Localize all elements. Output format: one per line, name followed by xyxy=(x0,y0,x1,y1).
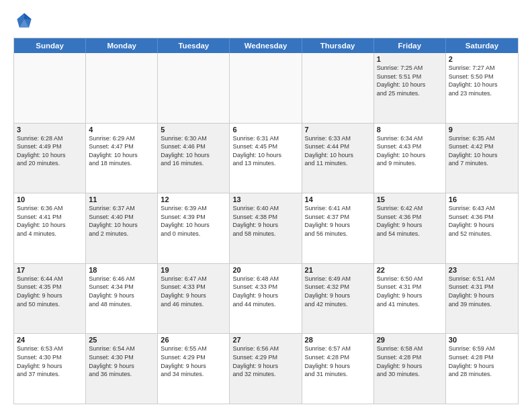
calendar-day-7: 7Sunrise: 6:33 AM Sunset: 4:44 PM Daylig… xyxy=(302,124,374,193)
day-number: 15 xyxy=(377,195,443,203)
day-number: 16 xyxy=(449,195,515,203)
calendar-day-28: 28Sunrise: 6:57 AM Sunset: 4:28 PM Dayli… xyxy=(302,334,374,404)
day-info: Sunrise: 6:57 AM Sunset: 4:28 PM Dayligh… xyxy=(305,345,371,378)
logo-icon xyxy=(13,11,35,32)
day-number: 30 xyxy=(449,336,515,344)
calendar-day-5: 5Sunrise: 6:30 AM Sunset: 4:46 PM Daylig… xyxy=(158,124,230,193)
calendar-week-1: 3Sunrise: 6:28 AM Sunset: 4:49 PM Daylig… xyxy=(14,123,518,193)
calendar-day-10: 10Sunrise: 6:36 AM Sunset: 4:41 PM Dayli… xyxy=(14,193,86,263)
day-number: 17 xyxy=(17,266,83,274)
day-info: Sunrise: 6:56 AM Sunset: 4:29 PM Dayligh… xyxy=(232,345,298,378)
day-number: 10 xyxy=(17,195,83,203)
header-day-monday: Monday xyxy=(86,38,158,53)
calendar-day-empty xyxy=(14,53,86,123)
day-info: Sunrise: 6:50 AM Sunset: 4:31 PM Dayligh… xyxy=(377,275,443,308)
day-number: 13 xyxy=(232,195,298,203)
day-info: Sunrise: 6:42 AM Sunset: 4:36 PM Dayligh… xyxy=(377,204,443,238)
calendar-day-empty xyxy=(158,53,230,123)
day-number: 1 xyxy=(377,55,443,63)
day-info: Sunrise: 6:29 AM Sunset: 4:47 PM Dayligh… xyxy=(89,134,154,168)
day-number: 23 xyxy=(449,266,515,274)
calendar-week-3: 17Sunrise: 6:44 AM Sunset: 4:35 PM Dayli… xyxy=(14,263,518,334)
day-info: Sunrise: 6:47 AM Sunset: 4:33 PM Dayligh… xyxy=(161,275,226,308)
calendar-day-26: 26Sunrise: 6:55 AM Sunset: 4:29 PM Dayli… xyxy=(158,334,230,404)
calendar-day-27: 27Sunrise: 6:56 AM Sunset: 4:29 PM Dayli… xyxy=(230,334,302,404)
day-info: Sunrise: 6:37 AM Sunset: 4:40 PM Dayligh… xyxy=(89,204,154,238)
header-day-thursday: Thursday xyxy=(302,38,374,53)
day-number: 29 xyxy=(377,336,443,344)
calendar-day-12: 12Sunrise: 6:39 AM Sunset: 4:39 PM Dayli… xyxy=(158,193,230,263)
calendar-day-empty xyxy=(302,53,374,123)
calendar-day-14: 14Sunrise: 6:41 AM Sunset: 4:37 PM Dayli… xyxy=(302,193,374,263)
day-info: Sunrise: 6:59 AM Sunset: 4:28 PM Dayligh… xyxy=(449,345,515,378)
day-number: 19 xyxy=(161,266,226,274)
day-info: Sunrise: 6:51 AM Sunset: 4:31 PM Dayligh… xyxy=(449,275,515,308)
header-day-wednesday: Wednesday xyxy=(230,38,302,53)
day-number: 7 xyxy=(305,126,371,134)
day-number: 26 xyxy=(161,336,226,344)
day-info: Sunrise: 6:44 AM Sunset: 4:35 PM Dayligh… xyxy=(17,275,83,308)
calendar-day-1: 1Sunrise: 7:25 AM Sunset: 5:51 PM Daylig… xyxy=(374,53,446,123)
day-number: 22 xyxy=(377,266,443,274)
calendar-day-25: 25Sunrise: 6:54 AM Sunset: 4:30 PM Dayli… xyxy=(86,334,158,404)
day-info: Sunrise: 7:27 AM Sunset: 5:50 PM Dayligh… xyxy=(449,64,515,97)
calendar-week-4: 24Sunrise: 6:53 AM Sunset: 4:30 PM Dayli… xyxy=(14,333,518,404)
day-number: 8 xyxy=(377,126,443,134)
day-number: 21 xyxy=(305,266,371,274)
header-day-tuesday: Tuesday xyxy=(158,38,230,53)
calendar-day-23: 23Sunrise: 6:51 AM Sunset: 4:31 PM Dayli… xyxy=(446,264,518,334)
calendar: SundayMondayTuesdayWednesdayThursdayFrid… xyxy=(13,38,519,404)
day-info: Sunrise: 6:46 AM Sunset: 4:34 PM Dayligh… xyxy=(89,275,154,308)
day-info: Sunrise: 6:36 AM Sunset: 4:41 PM Dayligh… xyxy=(17,204,83,238)
calendar-day-9: 9Sunrise: 6:35 AM Sunset: 4:42 PM Daylig… xyxy=(446,124,518,193)
day-number: 6 xyxy=(232,126,298,134)
day-info: Sunrise: 7:25 AM Sunset: 5:51 PM Dayligh… xyxy=(377,64,443,97)
page: SundayMondayTuesdayWednesdayThursdayFrid… xyxy=(0,0,532,411)
header xyxy=(13,11,519,32)
calendar-day-30: 30Sunrise: 6:59 AM Sunset: 4:28 PM Dayli… xyxy=(446,334,518,404)
logo xyxy=(13,11,38,32)
day-info: Sunrise: 6:39 AM Sunset: 4:39 PM Dayligh… xyxy=(161,204,226,238)
day-number: 4 xyxy=(89,126,154,134)
calendar-day-4: 4Sunrise: 6:29 AM Sunset: 4:47 PM Daylig… xyxy=(86,124,158,193)
day-info: Sunrise: 6:34 AM Sunset: 4:43 PM Dayligh… xyxy=(377,134,443,168)
day-number: 14 xyxy=(305,195,371,203)
day-info: Sunrise: 6:30 AM Sunset: 4:46 PM Dayligh… xyxy=(161,134,226,168)
calendar-day-22: 22Sunrise: 6:50 AM Sunset: 4:31 PM Dayli… xyxy=(374,264,446,334)
day-number: 25 xyxy=(89,336,154,344)
calendar-day-20: 20Sunrise: 6:48 AM Sunset: 4:33 PM Dayli… xyxy=(230,264,302,334)
calendar-day-15: 15Sunrise: 6:42 AM Sunset: 4:36 PM Dayli… xyxy=(374,193,446,263)
day-info: Sunrise: 6:53 AM Sunset: 4:30 PM Dayligh… xyxy=(17,345,83,378)
day-info: Sunrise: 6:33 AM Sunset: 4:44 PM Dayligh… xyxy=(305,134,371,168)
calendar-week-2: 10Sunrise: 6:36 AM Sunset: 4:41 PM Dayli… xyxy=(14,193,518,263)
day-info: Sunrise: 6:35 AM Sunset: 4:42 PM Dayligh… xyxy=(449,134,515,168)
day-info: Sunrise: 6:49 AM Sunset: 4:32 PM Dayligh… xyxy=(305,275,371,308)
day-info: Sunrise: 6:43 AM Sunset: 4:36 PM Dayligh… xyxy=(449,204,515,238)
day-number: 2 xyxy=(449,55,515,63)
calendar-day-29: 29Sunrise: 6:58 AM Sunset: 4:28 PM Dayli… xyxy=(374,334,446,404)
calendar-day-16: 16Sunrise: 6:43 AM Sunset: 4:36 PM Dayli… xyxy=(446,193,518,263)
calendar-header-row: SundayMondayTuesdayWednesdayThursdayFrid… xyxy=(14,38,518,53)
calendar-body: 1Sunrise: 7:25 AM Sunset: 5:51 PM Daylig… xyxy=(14,53,518,404)
header-day-friday: Friday xyxy=(374,38,446,53)
day-info: Sunrise: 6:55 AM Sunset: 4:29 PM Dayligh… xyxy=(161,345,226,378)
calendar-day-18: 18Sunrise: 6:46 AM Sunset: 4:34 PM Dayli… xyxy=(86,264,158,334)
day-number: 3 xyxy=(17,126,83,134)
svg-marker-1 xyxy=(24,13,32,19)
day-info: Sunrise: 6:41 AM Sunset: 4:37 PM Dayligh… xyxy=(305,204,371,238)
calendar-day-3: 3Sunrise: 6:28 AM Sunset: 4:49 PM Daylig… xyxy=(14,124,86,193)
header-day-saturday: Saturday xyxy=(446,38,518,53)
calendar-day-empty xyxy=(230,53,302,123)
day-number: 28 xyxy=(305,336,371,344)
day-number: 9 xyxy=(449,126,515,134)
day-number: 27 xyxy=(232,336,298,344)
day-info: Sunrise: 6:31 AM Sunset: 4:45 PM Dayligh… xyxy=(232,134,298,168)
calendar-day-empty xyxy=(86,53,158,123)
calendar-day-2: 2Sunrise: 7:27 AM Sunset: 5:50 PM Daylig… xyxy=(446,53,518,123)
day-info: Sunrise: 6:40 AM Sunset: 4:38 PM Dayligh… xyxy=(232,204,298,238)
calendar-day-8: 8Sunrise: 6:34 AM Sunset: 4:43 PM Daylig… xyxy=(374,124,446,193)
day-number: 20 xyxy=(232,266,298,274)
calendar-week-0: 1Sunrise: 7:25 AM Sunset: 5:51 PM Daylig… xyxy=(14,53,518,123)
calendar-day-19: 19Sunrise: 6:47 AM Sunset: 4:33 PM Dayli… xyxy=(158,264,230,334)
calendar-day-17: 17Sunrise: 6:44 AM Sunset: 4:35 PM Dayli… xyxy=(14,264,86,334)
